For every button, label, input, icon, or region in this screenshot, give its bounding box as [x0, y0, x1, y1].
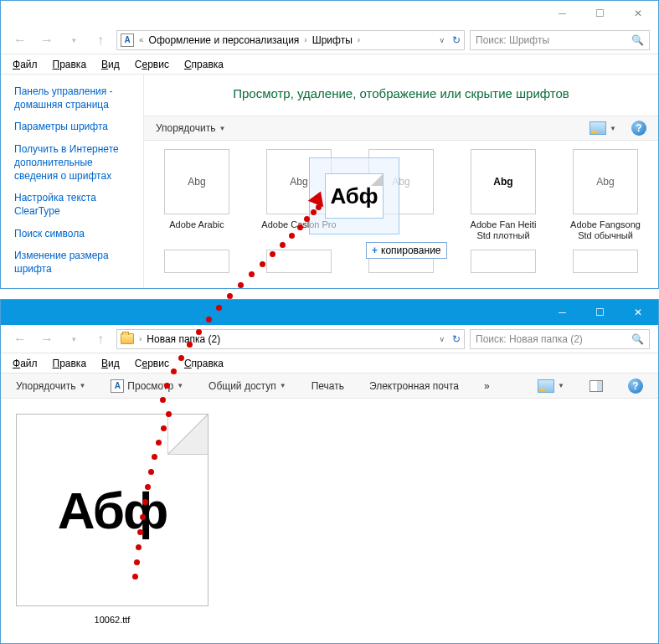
print-button[interactable]: Печать: [308, 379, 348, 394]
file-glyph: Абф: [58, 481, 167, 540]
drag-path-dot: [289, 233, 295, 239]
help-button[interactable]: ?: [628, 119, 650, 137]
organize-button[interactable]: Упорядочить▼: [13, 379, 89, 394]
nav-history-dropdown[interactable]: ▾: [63, 29, 85, 51]
nav-back-button[interactable]: ←: [9, 328, 31, 350]
drag-path-dot: [132, 574, 138, 580]
font-grid[interactable]: Abg Adobe Arabic Abg Adobe Caslon Pro Ab…: [144, 141, 658, 250]
maximize-button[interactable]: ☐: [581, 301, 619, 324]
font-thumbnail[interactable]: [573, 250, 638, 273]
font-item[interactable]: Abg Adobe Fangsong Std обычный: [568, 149, 643, 241]
share-button[interactable]: Общий доступ▼: [205, 379, 290, 394]
breadcrumb-sep-icon: «: [137, 35, 146, 44]
help-button[interactable]: ?: [625, 377, 646, 395]
titlebar: ─ ☐ ✕: [1, 1, 658, 26]
view-options-button[interactable]: ▼: [534, 378, 568, 394]
drag-path-dot: [206, 317, 212, 322]
drag-path-dot: [260, 261, 265, 267]
sidebar-link[interactable]: Получить в Интернете дополнительные свед…: [14, 142, 138, 183]
menu-edit[interactable]: Правка: [53, 358, 87, 369]
menubar: Файл Правка Вид Сервис Справка: [1, 54, 658, 75]
chevron-down-icon: ▼: [610, 125, 616, 132]
menu-view[interactable]: Вид: [101, 358, 120, 369]
breadcrumb-seg[interactable]: Шрифты: [312, 34, 353, 46]
font-item[interactable]: Abg Adobe Fan Heiti Std плотный: [466, 149, 541, 241]
drag-path-dot: [270, 251, 275, 257]
refresh-icon[interactable]: ↻: [452, 333, 461, 345]
drag-path-dot: [164, 383, 170, 389]
folder-window: ─ ☐ ✕ ← → ▾ ↑ › Новая папка (2) v ↻ Поис…: [0, 299, 659, 644]
view-options-button[interactable]: ▼: [586, 120, 620, 137]
toolbar: Упорядочить▼ AПросмотр▼ Общий доступ▼ Пе…: [1, 374, 658, 399]
drag-path-dot: [148, 469, 154, 475]
menu-file[interactable]: Файл: [13, 358, 38, 369]
font-thumbnail[interactable]: [266, 250, 332, 273]
nav-forward-button: →: [36, 29, 58, 51]
menu-file[interactable]: Файл: [13, 59, 38, 70]
sidebar-link[interactable]: Параметры шрифта: [14, 120, 138, 133]
menu-service[interactable]: Сервис: [135, 59, 169, 70]
breadcrumb-field[interactable]: A « Оформление и персонализация › Шрифты…: [116, 30, 465, 50]
drag-path-dot: [137, 529, 143, 535]
breadcrumb-dropdown-icon[interactable]: v: [435, 36, 450, 44]
menu-service[interactable]: Сервис: [135, 358, 169, 369]
close-button[interactable]: ✕: [619, 2, 656, 25]
drag-path-dot: [166, 411, 172, 417]
file-area[interactable]: Абф 10062.ttf: [1, 399, 658, 641]
organize-button[interactable]: Упорядочить ▼: [152, 121, 229, 136]
menu-help[interactable]: Справка: [184, 59, 224, 70]
drag-path-dot: [216, 305, 222, 311]
maximize-button[interactable]: ☐: [581, 2, 619, 25]
refresh-icon[interactable]: ↻: [452, 34, 461, 46]
font-thumbnail[interactable]: [471, 250, 536, 273]
help-icon: ?: [631, 121, 646, 136]
view-icon: [589, 121, 606, 135]
more-button[interactable]: »: [481, 379, 493, 394]
nav-history-dropdown[interactable]: ▾: [63, 328, 85, 350]
search-input[interactable]: Поиск: Новая папка (2) 🔍: [470, 329, 650, 349]
search-icon[interactable]: 🔍: [631, 34, 644, 46]
drag-path-dot: [280, 242, 286, 248]
drag-path-dot: [178, 355, 184, 361]
view-icon: [538, 379, 554, 393]
menubar: Файл Правка Вид Сервис Справка: [1, 353, 658, 374]
font-item[interactable]: Abg Adobe Arabic: [159, 149, 234, 241]
chevron-down-icon: ▼: [219, 125, 225, 132]
drag-path-dot: [227, 293, 233, 299]
nav-up-button[interactable]: ↑: [90, 328, 111, 350]
sidebar-link[interactable]: Изменение размера шрифта: [14, 249, 138, 276]
menu-view[interactable]: Вид: [101, 59, 120, 70]
search-icon[interactable]: 🔍: [631, 333, 644, 345]
minimize-button[interactable]: ─: [543, 2, 581, 25]
menu-help[interactable]: Справка: [184, 358, 224, 369]
email-button[interactable]: Электронная почта: [366, 379, 462, 394]
close-button[interactable]: ✕: [619, 301, 656, 324]
sidebar-link[interactable]: Поиск символа: [14, 227, 138, 240]
chevron-down-icon: ▼: [558, 382, 564, 389]
page-heading: Просмотр, удаление, отображение или скры…: [144, 75, 658, 116]
plus-icon: +: [372, 245, 378, 256]
sidebar-link[interactable]: Панель управления - домашняя страница: [14, 85, 138, 111]
breadcrumb-dropdown-icon[interactable]: v: [435, 335, 450, 343]
sidebar-link[interactable]: Настройка текста ClearType: [14, 191, 138, 218]
drag-path-dot: [134, 559, 140, 565]
breadcrumb-seg[interactable]: Оформление и персонализация: [149, 34, 300, 46]
font-thumbnail[interactable]: [164, 250, 229, 273]
nav-back-button[interactable]: ←: [9, 29, 31, 51]
drag-path-dot: [145, 484, 151, 490]
preview-button[interactable]: AПросмотр▼: [107, 378, 187, 394]
search-placeholder: Поиск: Новая папка (2): [476, 333, 583, 345]
menu-edit[interactable]: Правка: [53, 59, 87, 70]
breadcrumb-seg[interactable]: Новая папка (2): [147, 333, 220, 345]
search-input[interactable]: Поиск: Шрифты 🔍: [470, 30, 650, 50]
file-item[interactable]: Абф 10062.ttf: [16, 414, 209, 625]
drag-path-dot: [156, 440, 162, 446]
minimize-button[interactable]: ─: [543, 301, 581, 324]
font-name: Adobe Fan Heiti Std плотный: [466, 219, 541, 241]
breadcrumb-field[interactable]: › Новая папка (2) v ↻: [116, 329, 465, 349]
drag-path-dot: [311, 209, 317, 215]
drag-path-dot: [297, 224, 303, 230]
nav-up-button[interactable]: ↑: [90, 29, 111, 51]
drag-path-dot: [171, 368, 177, 374]
preview-pane-button[interactable]: [586, 379, 606, 394]
